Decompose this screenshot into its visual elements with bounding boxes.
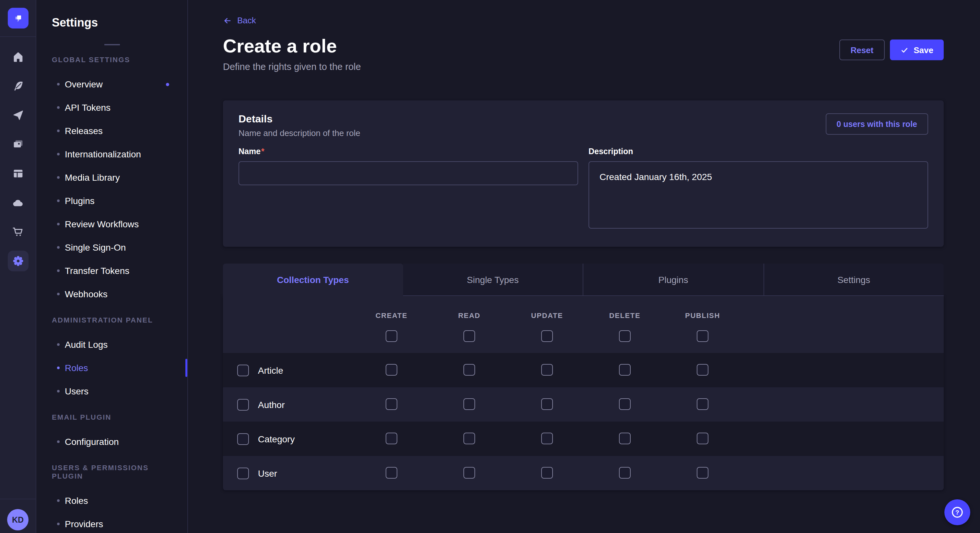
description-label: Description — [589, 147, 928, 156]
content-feather-icon[interactable] — [8, 76, 28, 97]
select-all-update-checkbox[interactable] — [541, 330, 553, 342]
tab-settings[interactable]: Settings — [763, 263, 944, 296]
author-create-checkbox[interactable] — [386, 398, 397, 410]
sidebar-item-audit-logs[interactable]: Audit Logs — [52, 333, 172, 356]
category-delete-checkbox[interactable] — [619, 433, 631, 444]
row-select-checkbox[interactable] — [237, 364, 249, 376]
sidebar-item-providers[interactable]: Providers — [52, 512, 172, 533]
sidebar-item-single-sign-on[interactable]: Single Sign-On — [52, 236, 172, 259]
name-input[interactable] — [239, 161, 578, 185]
row-label: Article — [258, 365, 283, 375]
bullet-icon — [57, 343, 60, 346]
settings-gear-icon[interactable] — [8, 251, 28, 271]
column-header-update: UPDATE — [531, 311, 563, 319]
page-subtitle: Define the rights given to the role — [223, 62, 361, 72]
page-title: Create a role — [223, 36, 361, 56]
row-select-checkbox[interactable] — [237, 467, 249, 479]
bullet-icon — [57, 223, 60, 225]
main-content: Back Create a role Define the rights giv… — [188, 0, 980, 533]
sidebar-item-users[interactable]: Users — [52, 379, 172, 403]
select-all-publish-checkbox[interactable] — [697, 330, 708, 342]
user-avatar[interactable]: KD — [7, 509, 29, 530]
category-publish-checkbox[interactable] — [697, 433, 708, 444]
required-asterisk: * — [261, 147, 264, 156]
cloud-icon[interactable] — [8, 192, 28, 213]
strapi-logo-icon[interactable] — [8, 8, 28, 29]
sidebar-item-overview[interactable]: Overview — [52, 73, 172, 96]
details-title: Details — [239, 113, 360, 125]
send-plane-icon[interactable] — [8, 105, 28, 125]
layout-dashboard-icon[interactable] — [8, 163, 28, 184]
subnav-divider — [104, 44, 119, 45]
sidebar-item-webhooks[interactable]: Webhooks — [52, 282, 172, 306]
select-all-delete-checkbox[interactable] — [619, 330, 631, 342]
user-create-checkbox[interactable] — [386, 467, 397, 479]
sidebar-item-configuration[interactable]: Configuration — [52, 430, 172, 453]
table-row-category: Category — [223, 422, 944, 456]
user-publish-checkbox[interactable] — [697, 467, 708, 479]
user-update-checkbox[interactable] — [541, 467, 553, 479]
article-publish-checkbox[interactable] — [697, 364, 708, 376]
description-textarea[interactable]: Created January 16th, 2025 — [589, 161, 928, 228]
sidebar-item-api-tokens[interactable]: API Tokens — [52, 96, 172, 119]
bullet-icon — [57, 499, 60, 502]
category-read-checkbox[interactable] — [463, 433, 475, 444]
sidebar-item-media-library[interactable]: Media Library — [52, 166, 172, 189]
section-email-plugin: EMAIL PLUGIN Configuration — [52, 413, 172, 453]
column-header-read: READ — [458, 311, 480, 319]
svg-text:?: ? — [955, 509, 959, 516]
details-subtitle: Name and description of the role — [239, 128, 360, 138]
bullet-icon — [57, 200, 60, 202]
bullet-icon — [57, 390, 60, 392]
table-row-article: Article — [223, 353, 944, 387]
bullet-icon — [57, 130, 60, 132]
bullet-icon — [57, 176, 60, 179]
category-create-checkbox[interactable] — [386, 433, 397, 444]
arrow-left-icon — [223, 16, 232, 25]
tab-collection-types[interactable]: Collection Types — [223, 263, 403, 296]
tab-plugins[interactable]: Plugins — [583, 263, 763, 296]
article-delete-checkbox[interactable] — [619, 364, 631, 376]
sidebar-item-review-workflows[interactable]: Review Workflows — [52, 213, 172, 236]
sidebar-item-releases[interactable]: Releases — [52, 119, 172, 143]
user-delete-checkbox[interactable] — [619, 467, 631, 479]
row-select-checkbox[interactable] — [237, 399, 249, 410]
category-update-checkbox[interactable] — [541, 433, 553, 444]
back-link[interactable]: Back — [223, 16, 256, 25]
author-delete-checkbox[interactable] — [619, 398, 631, 410]
users-with-role-button[interactable]: 0 users with this role — [826, 113, 928, 135]
select-all-read-checkbox[interactable] — [463, 330, 475, 342]
header-actions: Reset Save — [839, 40, 944, 60]
author-publish-checkbox[interactable] — [697, 398, 708, 410]
section-label: GLOBAL SETTINGS — [52, 56, 172, 64]
sidebar-item-roles-admin[interactable]: Roles — [52, 356, 172, 379]
sidebar-item-internationalization[interactable]: Internationalization — [52, 143, 172, 166]
sidebar-item-plugins[interactable]: Plugins — [52, 189, 172, 213]
author-read-checkbox[interactable] — [463, 398, 475, 410]
media-library-icon[interactable] — [8, 134, 28, 155]
home-icon[interactable] — [8, 47, 28, 67]
row-label: Category — [258, 434, 295, 444]
user-read-checkbox[interactable] — [463, 467, 475, 479]
reset-button[interactable]: Reset — [839, 40, 885, 60]
table-row-author: Author — [223, 387, 944, 422]
rail-footer: KD — [0, 499, 36, 533]
permissions-table-header: CREATE READ UPDATE DELETE PUBLISH — [223, 296, 944, 353]
author-update-checkbox[interactable] — [541, 398, 553, 410]
tab-single-types[interactable]: Single Types — [403, 263, 583, 296]
help-button[interactable]: ? — [944, 499, 970, 525]
column-header-create: CREATE — [375, 311, 407, 319]
sidebar-item-roles-up[interactable]: Roles — [52, 489, 172, 512]
save-button[interactable]: Save — [889, 40, 944, 60]
row-select-checkbox[interactable] — [237, 433, 249, 444]
sidebar-item-transfer-tokens[interactable]: Transfer Tokens — [52, 259, 172, 282]
check-icon — [900, 46, 908, 54]
article-read-checkbox[interactable] — [463, 364, 475, 376]
rail-nav — [0, 37, 36, 271]
marketplace-cart-icon[interactable] — [8, 222, 28, 242]
article-update-checkbox[interactable] — [541, 364, 553, 376]
article-create-checkbox[interactable] — [386, 364, 397, 376]
bullet-icon — [57, 246, 60, 249]
section-global-settings: GLOBAL SETTINGS Overview API Tokens Rele… — [52, 56, 172, 306]
select-all-create-checkbox[interactable] — [386, 330, 397, 342]
